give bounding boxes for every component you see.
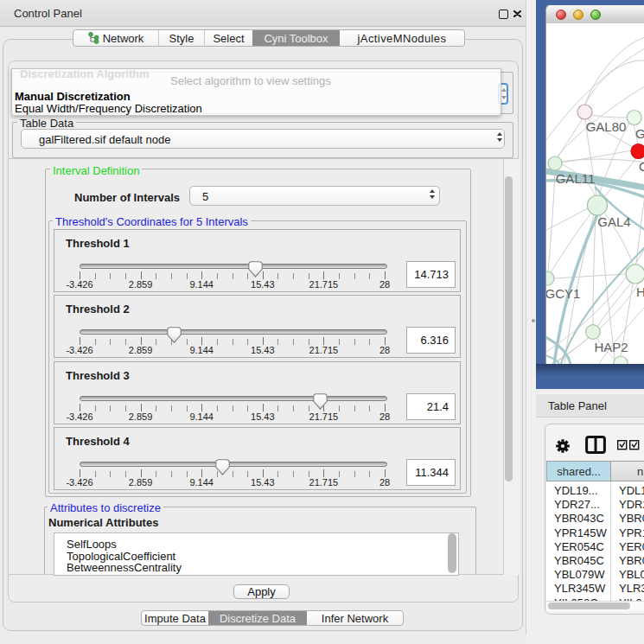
svg-text:GCY1: GCY1 xyxy=(546,286,580,301)
svg-text:GAL4: GAL4 xyxy=(597,214,630,229)
svg-text:H: H xyxy=(636,284,644,299)
svg-text:GAL80: GAL80 xyxy=(586,119,627,134)
svg-text:HAP2: HAP2 xyxy=(594,340,628,354)
svg-text:GA: GA xyxy=(635,126,644,141)
svg-text:C: C xyxy=(639,159,644,174)
svg-text:GAL11: GAL11 xyxy=(556,171,596,186)
